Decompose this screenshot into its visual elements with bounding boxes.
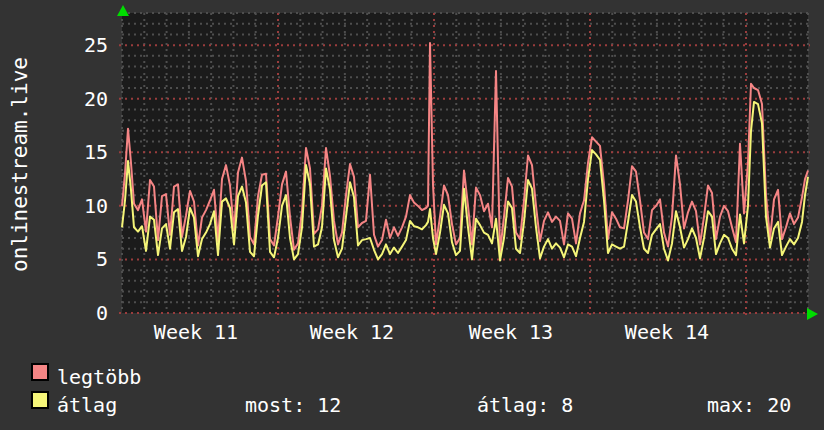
legend-label-legtobb: legtöbb: [57, 366, 141, 388]
svg-text:Week 13: Week 13: [469, 320, 553, 344]
svg-text:20: 20: [84, 87, 108, 111]
svg-text:Week 14: Week 14: [625, 320, 709, 344]
svg-text:Week 11: Week 11: [154, 320, 238, 344]
graph-panel: onlinestream.live 0510152025Week 11Week …: [0, 0, 824, 430]
svg-text:15: 15: [84, 140, 108, 164]
stat-max: max: 20: [707, 394, 791, 416]
svg-text:0: 0: [96, 301, 108, 325]
legend-swatch-legtobb: [31, 363, 49, 381]
svg-text:5: 5: [96, 247, 108, 271]
svg-text:10: 10: [84, 194, 108, 218]
stat-atlag: átlag: 8: [477, 394, 573, 416]
svg-text:25: 25: [84, 33, 108, 57]
legend-swatch-atlag: [31, 391, 49, 409]
chart-svg: 0510152025Week 11Week 12Week 13Week 14: [0, 0, 824, 355]
legend-label-atlag: átlag: [57, 394, 117, 416]
stat-most: most: 12: [245, 394, 341, 416]
svg-text:Week 12: Week 12: [310, 320, 394, 344]
